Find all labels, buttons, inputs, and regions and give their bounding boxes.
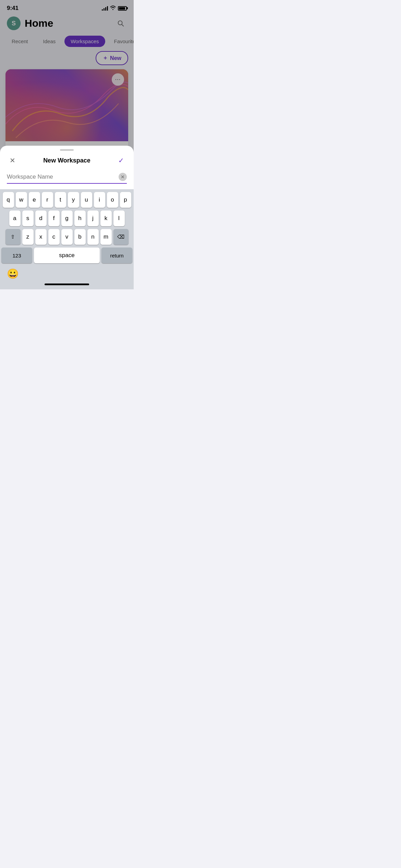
key-t[interactable]: t <box>55 192 66 208</box>
key-u[interactable]: u <box>81 192 92 208</box>
key-z[interactable]: z <box>22 229 34 245</box>
sheet-handle-area <box>0 146 134 152</box>
sheet-confirm-button[interactable]: ✓ <box>116 155 127 166</box>
key-g[interactable]: g <box>61 210 73 226</box>
key-shift[interactable]: ⇧ <box>5 229 21 245</box>
key-l[interactable]: l <box>113 210 125 226</box>
workspace-name-input[interactable] <box>7 173 119 180</box>
sheet-handle <box>60 149 74 151</box>
clear-input-button[interactable]: ✕ <box>119 173 127 181</box>
key-space[interactable]: space <box>34 248 100 263</box>
key-a[interactable]: a <box>9 210 21 226</box>
key-p[interactable]: p <box>120 192 131 208</box>
key-q[interactable]: q <box>3 192 14 208</box>
key-return[interactable]: return <box>101 248 132 263</box>
key-j[interactable]: j <box>87 210 99 226</box>
key-d[interactable]: d <box>35 210 47 226</box>
keyboard-row-3: ⇧ z x c v b n m ⌫ <box>1 229 132 245</box>
key-w[interactable]: w <box>16 192 27 208</box>
key-s[interactable]: s <box>22 210 34 226</box>
keyboard-row-2: a s d f g h j k l <box>1 210 132 226</box>
key-n[interactable]: n <box>87 229 99 245</box>
key-y[interactable]: y <box>68 192 79 208</box>
home-indicator-area <box>0 281 134 289</box>
key-k[interactable]: k <box>100 210 112 226</box>
key-o[interactable]: o <box>107 192 118 208</box>
key-v[interactable]: v <box>61 229 73 245</box>
sheet-input-area: ✕ <box>0 170 134 189</box>
key-b[interactable]: b <box>74 229 86 245</box>
workspace-name-field-wrapper: ✕ <box>7 173 127 184</box>
key-e[interactable]: e <box>29 192 40 208</box>
keyboard-row-1: q w e r t y u i o p <box>1 192 132 208</box>
sheet-header: ✕ New Workspace ✓ <box>0 152 134 170</box>
key-i[interactable]: i <box>94 192 105 208</box>
key-backspace[interactable]: ⌫ <box>113 229 129 245</box>
emoji-button[interactable]: 😀 <box>7 268 19 279</box>
keyboard-bottom-bar: 😀 <box>1 266 132 281</box>
key-r[interactable]: r <box>42 192 53 208</box>
key-h[interactable]: h <box>74 210 86 226</box>
new-workspace-sheet: ✕ New Workspace ✓ ✕ q w e r t y u i o p … <box>0 146 134 289</box>
key-f[interactable]: f <box>48 210 60 226</box>
key-m[interactable]: m <box>100 229 112 245</box>
keyboard-row-4: 123 space return <box>1 248 132 263</box>
key-x[interactable]: x <box>35 229 47 245</box>
keyboard: q w e r t y u i o p a s d f g h j k l ⇧ … <box>0 189 134 281</box>
home-indicator <box>45 284 89 285</box>
key-numbers[interactable]: 123 <box>1 248 32 263</box>
key-c[interactable]: c <box>48 229 60 245</box>
sheet-title: New Workspace <box>43 157 90 164</box>
sheet-close-button[interactable]: ✕ <box>7 155 18 166</box>
